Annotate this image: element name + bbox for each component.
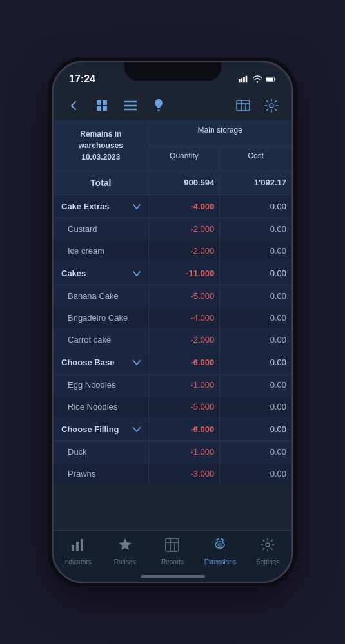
main-storage-label: Main storage bbox=[149, 120, 291, 147]
table-row: Brigadeiro Cake -4.000 0.00 bbox=[54, 307, 291, 329]
list-icon[interactable] bbox=[121, 96, 140, 115]
total-row: Total 900.594 1'092.17 bbox=[54, 171, 291, 195]
svg-rect-0 bbox=[239, 79, 241, 82]
status-bar: 17:24 bbox=[54, 62, 291, 91]
svg-rect-21 bbox=[72, 545, 74, 551]
category-name: Cake Extras bbox=[54, 195, 149, 218]
cost-header: Cost bbox=[220, 147, 291, 171]
total-label: Total bbox=[54, 171, 149, 194]
ratings-label: Ratings bbox=[114, 558, 136, 565]
svg-rect-9 bbox=[97, 106, 101, 111]
item-name: Banana Cake bbox=[54, 285, 149, 307]
table-row: Custard -2.000 0.00 bbox=[54, 218, 291, 240]
item-cost: 0.00 bbox=[220, 463, 291, 484]
item-name: Carrot cake bbox=[54, 329, 149, 350]
table-row: Duck -1.000 0.00 bbox=[54, 441, 291, 463]
category-cost: 0.00 bbox=[220, 418, 291, 440]
category-cost: 0.00 bbox=[220, 262, 291, 285]
svg-rect-16 bbox=[237, 100, 250, 111]
svg-rect-24 bbox=[166, 538, 179, 551]
nav-indicators[interactable]: Indicators bbox=[58, 537, 97, 565]
category-name: Choose Filling bbox=[54, 418, 149, 440]
svg-rect-2 bbox=[243, 77, 245, 82]
nav-extensions[interactable]: Extensions bbox=[201, 537, 239, 565]
header-left-cell: Remains in warehouses10.03.2023 bbox=[54, 120, 149, 171]
svg-rect-6 bbox=[266, 78, 273, 81]
category-row[interactable]: Choose Filling -6.000 0.00 bbox=[54, 418, 291, 441]
phone-frame: 17:24 bbox=[52, 61, 293, 583]
svg-rect-15 bbox=[157, 111, 160, 112]
item-qty: -5.000 bbox=[149, 285, 221, 307]
indicators-icon bbox=[70, 537, 85, 556]
category-row[interactable]: Choose Base -6.000 0.00 bbox=[54, 351, 291, 374]
category-row[interactable]: Cakes -11.000 0.00 bbox=[54, 262, 291, 285]
item-cost: 0.00 bbox=[220, 240, 291, 261]
home-indicator bbox=[141, 575, 205, 578]
item-qty: -4.000 bbox=[149, 307, 221, 328]
nav-ratings[interactable]: Ratings bbox=[106, 537, 144, 565]
item-qty: -5.000 bbox=[149, 396, 221, 417]
item-cost: 0.00 bbox=[220, 285, 291, 307]
item-name: Rice Noodles bbox=[54, 396, 149, 417]
svg-rect-14 bbox=[157, 109, 161, 110]
category-qty: -6.000 bbox=[149, 418, 221, 440]
item-name: Custard bbox=[54, 218, 149, 240]
svg-rect-3 bbox=[246, 76, 248, 83]
content-area: Remains in warehouses10.03.2023 Main sto… bbox=[54, 120, 291, 531]
nav-reports[interactable]: Reports bbox=[153, 537, 192, 565]
item-qty: -2.000 bbox=[149, 240, 221, 261]
item-qty: -2.000 bbox=[149, 329, 221, 350]
category-name: Choose Base bbox=[54, 351, 149, 374]
ratings-icon bbox=[117, 537, 133, 556]
item-qty: -2.000 bbox=[149, 218, 221, 240]
table-row: Prawns -3.000 0.00 bbox=[54, 463, 291, 485]
item-name: Ice cream bbox=[54, 240, 149, 261]
item-name: Duck bbox=[54, 441, 149, 462]
svg-point-20 bbox=[270, 104, 273, 108]
svg-point-29 bbox=[217, 543, 222, 547]
status-icons bbox=[239, 75, 276, 83]
battery-icon bbox=[266, 75, 276, 83]
grid-icon[interactable] bbox=[92, 96, 112, 115]
svg-rect-10 bbox=[103, 106, 107, 111]
indicators-label: Indicators bbox=[63, 558, 91, 565]
nav-settings-label: Settings bbox=[256, 558, 279, 565]
category-cost: 0.00 bbox=[220, 351, 291, 374]
bottom-nav: Indicators Ratings Reports bbox=[54, 530, 291, 582]
table-row: Banana Cake -5.000 0.00 bbox=[54, 285, 291, 307]
category-name: Cakes bbox=[54, 262, 149, 285]
svg-rect-23 bbox=[81, 539, 83, 551]
categories-list: Cake Extras -4.000 0.00 Custard -2.000 0… bbox=[54, 195, 291, 485]
item-name: Egg Noodles bbox=[54, 374, 149, 395]
item-cost: 0.00 bbox=[220, 307, 291, 328]
table-row: Rice Noodles -5.000 0.00 bbox=[54, 396, 291, 418]
category-qty: -6.000 bbox=[149, 351, 221, 374]
signal-icon bbox=[239, 75, 249, 83]
category-qty: -11.000 bbox=[149, 262, 221, 285]
quantity-header: Quantity bbox=[149, 147, 221, 171]
back-button[interactable] bbox=[64, 96, 83, 115]
item-cost: 0.00 bbox=[220, 396, 291, 417]
svg-point-30 bbox=[266, 543, 270, 547]
bulb-icon[interactable] bbox=[149, 96, 168, 115]
extensions-label: Extensions bbox=[204, 558, 236, 565]
extensions-icon bbox=[212, 537, 228, 556]
table-header: Remains in warehouses10.03.2023 Main sto… bbox=[54, 120, 291, 171]
reports-label: Reports bbox=[161, 558, 184, 565]
svg-rect-7 bbox=[97, 100, 101, 105]
item-cost: 0.00 bbox=[220, 441, 291, 462]
reports-icon bbox=[164, 537, 180, 556]
nav-settings[interactable]: Settings bbox=[248, 537, 287, 565]
settings-icon[interactable] bbox=[262, 96, 281, 115]
total-cost: 1'092.17 bbox=[220, 171, 291, 194]
svg-rect-8 bbox=[103, 100, 107, 105]
nav-settings-icon bbox=[260, 537, 275, 556]
category-row[interactable]: Cake Extras -4.000 0.00 bbox=[54, 195, 291, 218]
item-name: Brigadeiro Cake bbox=[54, 307, 149, 328]
table-row: Carrot cake -2.000 0.00 bbox=[54, 329, 291, 351]
table-icon[interactable] bbox=[233, 96, 253, 115]
table-row: Egg Noodles -1.000 0.00 bbox=[54, 374, 291, 396]
total-qty: 900.594 bbox=[149, 171, 221, 194]
item-name: Prawns bbox=[54, 463, 149, 484]
item-cost: 0.00 bbox=[220, 329, 291, 350]
